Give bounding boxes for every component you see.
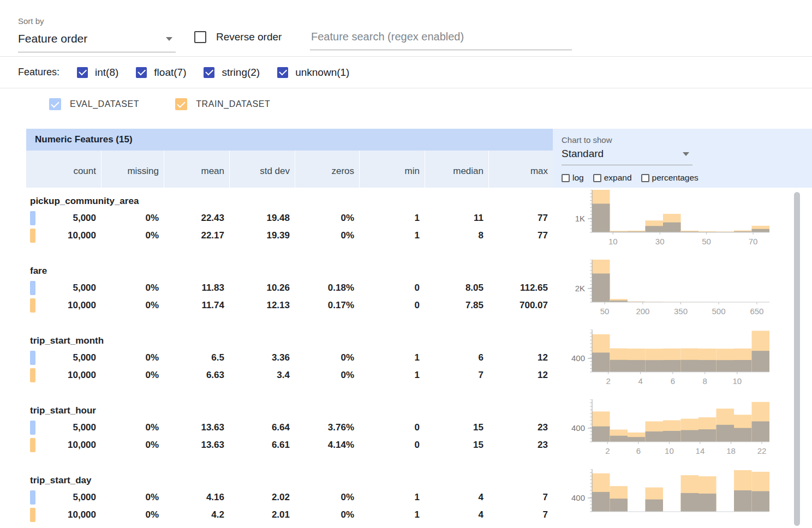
stat-zeros: 0%	[295, 492, 359, 503]
stat-count: 5,000	[26, 283, 101, 293]
stat-max: 23	[488, 440, 553, 451]
stat-min: 1	[359, 492, 425, 503]
eval-color-swatch	[30, 281, 35, 295]
feature-search-input[interactable]	[310, 28, 572, 50]
stat-max: 12	[488, 352, 553, 363]
svg-text:22: 22	[757, 446, 767, 455]
eval-stats-row: 5,0000%22.4319.480%11177	[26, 209, 553, 227]
sort-by-select[interactable]: Feature order	[18, 27, 176, 52]
chart-type-select[interactable]: Standard	[562, 147, 692, 165]
eval-stats-row: 5,0000%13.636.643.76%01523	[26, 419, 553, 436]
feature-name: trip_start_hour	[26, 403, 553, 419]
svg-text:8: 8	[703, 376, 707, 386]
stat-count: 10,000	[26, 440, 101, 451]
train-color-swatch	[30, 438, 35, 452]
train-color-swatch	[30, 508, 35, 522]
stat-std-dev: 2.02	[229, 492, 295, 503]
stat-missing: 0%	[101, 283, 164, 293]
stat-zeros: 0.17%	[295, 300, 359, 311]
expand-checkbox[interactable]	[593, 174, 601, 182]
stat-mean: 4.16	[164, 492, 229, 503]
stat-std-dev: 19.39	[229, 230, 295, 241]
stat-count: 10,000	[26, 300, 101, 311]
filter-float: float(7)	[136, 67, 186, 79]
reverse-order-checkbox[interactable]	[194, 31, 206, 43]
column-header-mean: mean	[164, 151, 229, 188]
stat-min: 1	[359, 370, 425, 381]
svg-text:50: 50	[600, 307, 610, 316]
train-dataset-toggle: TRAIN_DATASET	[175, 98, 270, 110]
svg-text:200: 200	[636, 307, 649, 316]
reverse-order-label: Reverse order	[216, 31, 282, 43]
svg-text:4: 4	[638, 376, 643, 386]
stat-std-dev: 2.01	[229, 509, 295, 520]
log-label: log	[572, 173, 584, 183]
stat-median: 4	[425, 509, 488, 520]
stat-mean: 13.63	[164, 422, 229, 433]
string-filter-checkbox[interactable]	[204, 67, 214, 78]
svg-text:14: 14	[696, 446, 705, 455]
histogram-chart: 2K50200350500650	[553, 257, 786, 327]
stat-missing: 0%	[101, 492, 164, 503]
feature-section: fare5,0000%11.8310.260.18%08.05112.6510,…	[26, 257, 812, 327]
feature-type-filter-row: Features: int(8) float(7) string(2) unkn…	[0, 57, 812, 88]
features-label: Features:	[18, 67, 59, 78]
stat-min: 1	[359, 509, 425, 520]
eval-dataset-checkbox[interactable]	[49, 98, 61, 110]
stat-min: 1	[359, 213, 425, 224]
filter-unknown: unknown(1)	[277, 67, 349, 79]
svg-text:70: 70	[749, 237, 758, 246]
stat-missing: 0%	[101, 300, 164, 311]
stat-min: 0	[359, 283, 425, 293]
filter-int: int(8)	[77, 67, 118, 79]
log-checkbox[interactable]	[562, 174, 570, 182]
expand-toggle: expand	[593, 173, 632, 183]
stat-mean: 13.63	[164, 440, 229, 451]
int-filter-checkbox[interactable]	[77, 67, 88, 78]
stat-std-dev: 10.26	[229, 283, 295, 293]
eval-color-swatch	[30, 211, 35, 225]
svg-text:350: 350	[674, 307, 688, 316]
feature-section: trip_start_day5,0000%4.162.020%14710,000…	[26, 467, 812, 528]
svg-text:2: 2	[605, 446, 610, 455]
column-header-min: min	[359, 151, 425, 188]
stat-zeros: 0%	[295, 230, 359, 241]
unknown-filter-checkbox[interactable]	[277, 67, 288, 78]
percentages-checkbox[interactable]	[641, 174, 649, 182]
train-stats-row: 10,0000%22.1719.390%1877	[26, 227, 553, 244]
train-dataset-checkbox[interactable]	[175, 98, 187, 110]
int-filter-label: int(8)	[95, 67, 118, 79]
reverse-order-control: Reverse order	[194, 31, 282, 43]
svg-text:50: 50	[702, 237, 711, 246]
svg-text:650: 650	[750, 307, 763, 316]
stat-missing: 0%	[101, 509, 164, 520]
float-filter-checkbox[interactable]	[136, 67, 147, 78]
eval-color-swatch	[30, 421, 35, 435]
feature-sections: pickup_community_area5,0000%22.4319.480%…	[26, 188, 812, 528]
dataset-legend: EVAL_DATASET TRAIN_DATASET	[0, 88, 812, 129]
vertical-scrollbar[interactable]	[794, 192, 800, 526]
stat-zeros: 3.76%	[295, 422, 359, 433]
histogram-chart: 400246810	[553, 327, 786, 397]
svg-text:6: 6	[671, 376, 675, 386]
stat-mean: 4.2	[164, 509, 229, 520]
stat-std-dev: 12.13	[229, 300, 295, 311]
stat-median: 7.85	[425, 300, 488, 311]
stat-median: 11	[425, 213, 488, 224]
stat-max: 23	[488, 422, 553, 433]
svg-text:10: 10	[665, 446, 674, 455]
stat-count: 5,000	[26, 422, 101, 433]
dropdown-arrow-icon	[683, 152, 689, 156]
sort-by-value: Feature order	[18, 32, 87, 45]
column-header-median: median	[425, 151, 488, 188]
column-header-count: count	[26, 151, 101, 188]
feature-name: pickup_community_area	[26, 193, 553, 209]
table-title: Numeric Features (15)	[26, 129, 553, 151]
chart-options-row: log expand percentages	[562, 173, 812, 183]
feature-section: pickup_community_area5,0000%22.4319.480%…	[26, 188, 812, 257]
svg-text:2K: 2K	[575, 284, 585, 293]
train-stats-row: 10,0000%6.633.40%1712	[26, 367, 553, 384]
train-color-swatch	[30, 229, 35, 243]
stat-max: 12	[488, 370, 553, 381]
train-stats-row: 10,0000%4.22.010%147	[26, 506, 553, 524]
